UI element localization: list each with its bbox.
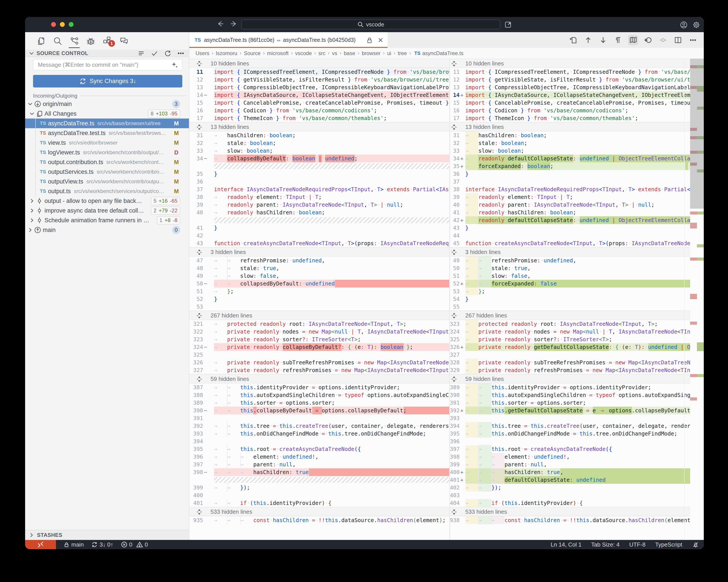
sparkle-icon[interactable]	[171, 61, 178, 69]
code-line-395[interactable]: 395→→this.root·=·createAsyncDataTreeNode…	[189, 445, 449, 453]
branch-indicator[interactable]: main	[63, 541, 84, 548]
back-icon[interactable]	[217, 20, 224, 28]
code-line-325[interactable]: 325→private·readonly·sorter?:·ITreeSorte…	[450, 335, 690, 343]
code-line-11[interactable]: 11import·{·ICompressedTreeElement,·IComp…	[189, 68, 449, 76]
code-line-13[interactable]: 13import·{·CompressibleObjectTree,·IComp…	[450, 83, 690, 91]
refresh-icon[interactable]	[164, 50, 171, 57]
hidden-lines-bar[interactable]: 10 hidden lines	[450, 58, 690, 68]
code-line-326[interactable]: 326→private·readonly·subTreeRefreshPromi…	[189, 359, 449, 366]
code-line-40[interactable]: 40→readonly·hasChildren:·boolean;	[189, 209, 449, 216]
breadcrumb-file[interactable]: asyncDataTree.ts	[422, 50, 463, 56]
breadcrumb-item[interactable]: src	[318, 50, 326, 56]
code-line-399[interactable]: 399→→→parent:·null,	[450, 461, 690, 468]
new-window-icon[interactable]	[504, 21, 512, 28]
hidden-lines-bar[interactable]: 267 hidden lines	[189, 311, 449, 320]
code-line-51[interactable]: 51→};	[189, 287, 449, 295]
hidden-lines-bar[interactable]: 267 hidden lines	[450, 311, 690, 320]
activity-item-source-control[interactable]	[69, 35, 79, 47]
diff-original-pane[interactable]: 10 hidden lines11import·{·ICompressedTre…	[189, 58, 449, 540]
commit-row-2[interactable]: Schedule animation frame runners in …1+8…	[25, 216, 189, 225]
code-line-14[interactable]: 14−import·{·IAsyncDataSource,·ICollapseS…	[189, 91, 449, 99]
code-line-14[interactable]: 14+import·{·IAsyncDataSource,·ICollapseS…	[450, 91, 690, 99]
remote-indicator[interactable]	[25, 540, 56, 549]
unfold-icon[interactable]	[197, 249, 202, 255]
command-center-search[interactable]: vscode	[241, 20, 500, 29]
code-line-39[interactable]: 39→readonly·element:·TInput·|·T;	[450, 193, 690, 201]
hidden-lines-bar[interactable]: 3 hidden lines	[450, 247, 690, 257]
unfold-icon[interactable]	[451, 509, 457, 515]
code-line-390[interactable]: 390→→this.autoExpandSingleChildren·=·typ…	[450, 391, 690, 399]
previous-change-icon[interactable]	[583, 35, 593, 45]
breadcrumb[interactable]: Users›lszomoru›Source›microsoft›vscode›s…	[189, 48, 704, 58]
file-row-outputServices.ts[interactable]: TSoutputServices.tssrc/vs/workbench/cont…	[25, 167, 189, 177]
code-line-52[interactable]: 52}	[189, 295, 449, 303]
sync-changes-button[interactable]: Sync Changes 3↓	[33, 75, 182, 87]
view-and-sort-icon[interactable]	[137, 50, 145, 57]
settings-gear-icon[interactable]	[692, 21, 700, 29]
breadcrumb-item[interactable]: base	[344, 50, 355, 56]
code-line-31[interactable]: 31→hasChildren:·boolean;	[450, 131, 690, 139]
hidden-lines-bar[interactable]: 13 hidden lines	[189, 122, 449, 131]
file-row-asyncDataTree.ts[interactable]: TSasyncDataTree.tssrc/vs/base/browser/ui…	[25, 119, 189, 128]
code-line-35[interactable]: 35+→forceExpanded:·boolean;	[450, 162, 690, 170]
code-line-12[interactable]: 12import·{·getVisibleState,·isFilterResu…	[189, 76, 449, 83]
code-line-395[interactable]: 395→→this.onDidChangeFindMode·=·this.tre…	[450, 430, 690, 437]
problems-indicator[interactable]: 0 0	[121, 541, 148, 548]
code-line-41[interactable]: 41}	[189, 224, 449, 232]
code-line-390[interactable]: 390−→→this.collapseByDefault·=·options.c…	[189, 407, 449, 414]
hidden-lines-bar[interactable]: 59 hidden lines	[189, 374, 449, 383]
breadcrumb-item[interactable]: vscode	[295, 50, 312, 56]
diff-modified-pane[interactable]: 10 hidden lines11import·{·ICompressedTre…	[450, 58, 690, 540]
unfold-icon[interactable]	[451, 313, 457, 319]
activity-item-debug[interactable]	[86, 35, 96, 47]
breadcrumb-item[interactable]: Users	[196, 50, 209, 56]
hidden-lines-bar[interactable]: 59 hidden lines	[450, 374, 690, 383]
code-line-401[interactable]: 401+→→→defaultCollapseState:·undefined	[450, 476, 690, 484]
code-line-31[interactable]: 31→hasChildren:·boolean;	[189, 131, 449, 139]
code-line-50[interactable]: 50−→→collapsedByDefault:·undefined	[189, 280, 449, 287]
status-item-cursor-position[interactable]: Ln 14, Col 1	[551, 541, 581, 548]
hidden-lines-bar[interactable]: 10 hidden lines	[189, 58, 449, 68]
code-line-39[interactable]: 39→readonly·parent:·IAsyncDataTreeNode<T…	[189, 201, 449, 209]
code-line-321[interactable]: 321→protected·readonly·root:·IAsyncDataT…	[189, 320, 449, 328]
code-line-51[interactable]: 51→→slow:·false,	[450, 272, 690, 280]
code-line-12[interactable]: 12import·{·getVisibleState,·isFilterResu…	[450, 76, 690, 83]
code-line-398[interactable]: 398→→→element:·undefined!,	[450, 453, 690, 461]
commit-check-icon[interactable]	[151, 50, 158, 57]
unfold-icon[interactable]	[451, 249, 457, 255]
code-line-13[interactable]: 13import·{·CompressibleObjectTree,·IComp…	[189, 83, 449, 91]
status-item-encoding[interactable]: UTF-8	[629, 541, 646, 548]
code-line-43[interactable]: 43}	[450, 224, 690, 232]
code-line-53[interactable]: 53→};	[450, 287, 690, 295]
code-line-402[interactable]: 402→→});	[450, 484, 690, 491]
code-line-35[interactable]: 35}	[189, 170, 449, 178]
all-changes-row[interactable]: All Changes8+103-95	[25, 109, 189, 119]
scrollbar-slider[interactable]	[690, 58, 704, 209]
code-line-38[interactable]: 38→readonly·element:·TInput·|·T;	[189, 193, 449, 201]
traffic-lights[interactable]	[51, 22, 74, 27]
code-line-325[interactable]: 325	[189, 351, 449, 359]
code-line-324[interactable]: 324→private·readonly·nodes·=·new·Map<nul…	[450, 328, 690, 335]
code-line-32[interactable]: 32→stale:·boolean;	[450, 139, 690, 147]
close-tab-icon[interactable]	[377, 36, 384, 44]
open-file-icon[interactable]	[643, 35, 653, 45]
activity-item-chat[interactable]	[119, 35, 129, 47]
open-changes-icon[interactable]	[568, 35, 578, 45]
hidden-lines-bar[interactable]: 533 hidden lines	[450, 507, 690, 516]
unfold-icon[interactable]	[197, 376, 202, 382]
branch-main[interactable]: main0	[25, 225, 189, 235]
code-line-387[interactable]: 387→→this.identityProvider·=·options.ide…	[189, 383, 449, 391]
file-row-logViewer.ts[interactable]: TSlogViewer.tssrc/vs/workbench/contrib/o…	[25, 148, 189, 157]
code-line-396[interactable]: 396	[450, 437, 690, 445]
code-line-55[interactable]: 55	[450, 303, 690, 311]
activity-item-extensions[interactable]: 1	[102, 35, 112, 47]
code-line-42[interactable]: 42+→readonly·defaultCollapseState:·undef…	[450, 216, 690, 224]
next-change-icon[interactable]	[598, 35, 608, 45]
code-line-327[interactable]: 327	[450, 351, 690, 359]
source-control-header[interactable]: SOURCE CONTROL	[25, 50, 189, 57]
breadcrumb-item[interactable]: Source	[244, 50, 260, 56]
code-line-15[interactable]: 15import·{·CancelablePromise,·createCanc…	[189, 99, 449, 107]
code-line-403[interactable]: 403	[450, 491, 690, 499]
file-row-outputView.ts[interactable]: TSoutputView.tssrc/vs/workbench/contrib/…	[25, 177, 189, 186]
code-line-324[interactable]: 324−→private·readonly·collapseByDefault?…	[189, 343, 449, 351]
